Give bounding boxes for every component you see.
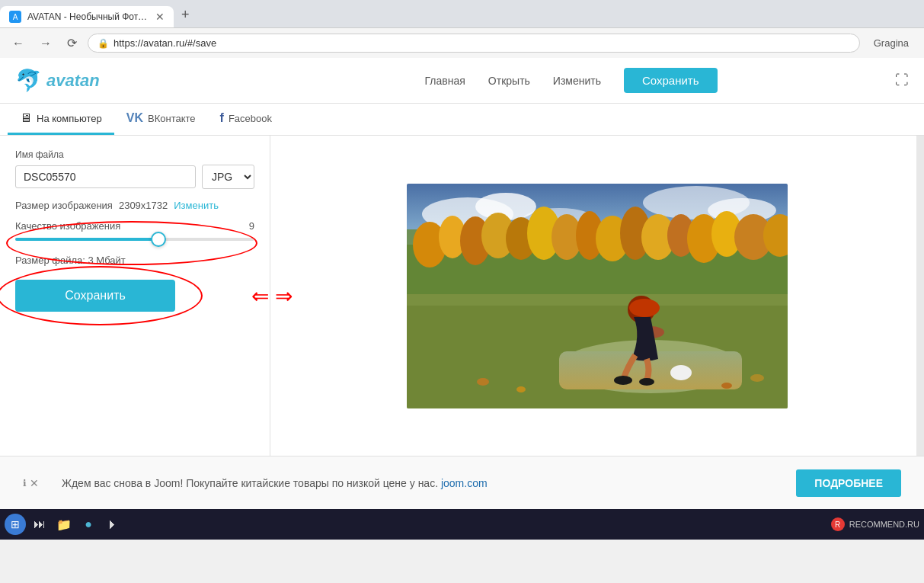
forward-button[interactable]: → xyxy=(35,35,56,52)
app-header: 🐬 avatan Главная Открыть Изменить Сохран… xyxy=(0,58,924,104)
tab-bar: A AVATAN - Необычный Фоторе... ✕ + xyxy=(0,0,924,27)
ad-info-icon[interactable]: ℹ xyxy=(23,478,27,489)
sub-nav-computer[interactable]: 🖥 На компьютер xyxy=(8,104,114,135)
taskbar-notification-badge[interactable]: R xyxy=(831,517,845,531)
refresh-button[interactable]: ⟳ xyxy=(62,34,82,52)
taskbar-chrome-button[interactable]: ● xyxy=(78,514,99,535)
taskbar-files-button[interactable]: 📁 xyxy=(53,514,75,535)
address-bar-row: ← → ⟳ 🔒 https://avatan.ru/#/save Gragina xyxy=(0,27,924,58)
svg-point-36 xyxy=(721,383,732,389)
taskbar-right: R RECOMMEND.RU xyxy=(831,517,919,531)
file-name-input[interactable] xyxy=(15,165,196,188)
new-tab-button[interactable]: + xyxy=(174,2,197,27)
save-button[interactable]: Сохранить xyxy=(15,280,175,312)
taskbar-start-button[interactable]: ⊞ xyxy=(5,514,26,535)
preview-image xyxy=(407,184,788,408)
right-panel xyxy=(270,136,924,456)
active-tab[interactable]: A AVATAN - Необычный Фоторе... ✕ xyxy=(0,6,174,27)
vk-icon: VK xyxy=(126,111,143,125)
svg-point-34 xyxy=(477,378,489,386)
nav-save-button[interactable]: Сохранить xyxy=(624,68,718,93)
nav-edit[interactable]: Изменить xyxy=(553,75,601,87)
taskbar-recommend-text: RECOMMEND.RU xyxy=(849,520,919,529)
address-bar[interactable]: 🔒 https://avatan.ru/#/save xyxy=(88,34,860,53)
quality-value: 9 xyxy=(249,220,254,232)
file-name-label: Имя файла xyxy=(15,149,254,160)
main-content: Имя файла JPG PNG Размер изображения 230… xyxy=(0,136,924,456)
ad-text: Ждем вас снова в Joom! Покупайте китайск… xyxy=(62,477,781,489)
change-size-link[interactable]: Изменить xyxy=(174,200,219,211)
size-label: Размер изображения xyxy=(15,200,113,211)
left-panel: Имя файла JPG PNG Размер изображения 230… xyxy=(0,136,270,456)
slider-fill xyxy=(15,238,158,241)
profile-name: Gragina xyxy=(866,34,916,52)
slider-thumb[interactable] xyxy=(151,232,166,247)
size-row: Размер изображения 2309x1732 Изменить xyxy=(15,200,254,211)
facebook-icon: f xyxy=(220,111,224,125)
logo-text: avatan xyxy=(46,71,100,91)
save-button-wrapper: Сохранить xyxy=(15,280,175,312)
nav-open[interactable]: Открыть xyxy=(488,75,530,87)
sub-nav-computer-label: На компьютер xyxy=(37,113,102,124)
svg-point-35 xyxy=(516,386,526,392)
svg-point-31 xyxy=(614,376,632,385)
nav-home[interactable]: Главная xyxy=(425,75,465,87)
quality-row: Качество изображения 9 xyxy=(15,220,254,232)
ad-close-button[interactable]: ✕ xyxy=(30,477,39,489)
tab-close-button[interactable]: ✕ xyxy=(155,11,165,23)
ad-main-text: Ждем вас снова в Joom! Покупайте китайск… xyxy=(62,477,438,489)
sub-nav-vk-label: ВКонтакте xyxy=(148,113,196,124)
browser-chrome: A AVATAN - Необычный Фоторе... ✕ + ← → ⟳… xyxy=(0,0,924,58)
format-select[interactable]: JPG PNG xyxy=(202,165,254,189)
taskbar-video-button[interactable]: ⏵ xyxy=(102,514,123,535)
svg-point-37 xyxy=(750,374,764,382)
sub-nav-vk[interactable]: VK ВКонтакте xyxy=(114,104,208,135)
back-button[interactable]: ← xyxy=(8,35,29,52)
slider-track xyxy=(15,238,254,241)
main-nav: Главная Открыть Изменить Сохранить xyxy=(425,68,718,93)
sub-nav-facebook[interactable]: f Facebook xyxy=(208,104,284,135)
ad-close-area: ℹ ✕ xyxy=(23,477,39,489)
scrollbar[interactable] xyxy=(916,136,924,456)
computer-icon: 🖥 xyxy=(20,111,32,125)
svg-point-33 xyxy=(670,365,692,380)
ad-highlight-link[interactable]: joom.com xyxy=(441,477,488,489)
taskbar-media-button[interactable]: ⏭ xyxy=(29,514,50,535)
file-size-text: Размер файла: 3 Мбайт xyxy=(15,255,254,266)
sub-nav: 🖥 На компьютер VK ВКонтакте f Facebook xyxy=(0,104,924,136)
sub-nav-facebook-label: Facebook xyxy=(229,113,272,124)
svg-point-32 xyxy=(639,378,654,386)
svg-point-30 xyxy=(629,299,660,317)
tab-favicon: A xyxy=(9,11,21,23)
quality-slider-container xyxy=(15,238,254,241)
ad-detail-button[interactable]: ПОДРОБНЕЕ xyxy=(796,469,901,497)
file-name-row: JPG PNG xyxy=(15,165,254,189)
quality-label: Качество изображения xyxy=(15,220,120,232)
lock-icon: 🔒 xyxy=(98,38,109,49)
fullscreen-button[interactable]: ⛶ xyxy=(895,72,909,88)
logo-icon: 🐬 xyxy=(15,68,42,93)
taskbar: ⊞ ⏭ 📁 ● ⏵ R RECOMMEND.RU xyxy=(0,509,924,540)
size-value: 2309x1732 xyxy=(119,200,168,211)
url-text: https://avatan.ru/#/save xyxy=(114,37,850,49)
ad-banner: ℹ ✕ Ждем вас снова в Joom! Покупайте кит… xyxy=(0,456,924,509)
tab-title: AVATAN - Необычный Фоторе... xyxy=(27,11,149,22)
logo[interactable]: 🐬 avatan xyxy=(15,68,100,93)
app-content: 🐬 avatan Главная Открыть Изменить Сохран… xyxy=(0,58,924,509)
